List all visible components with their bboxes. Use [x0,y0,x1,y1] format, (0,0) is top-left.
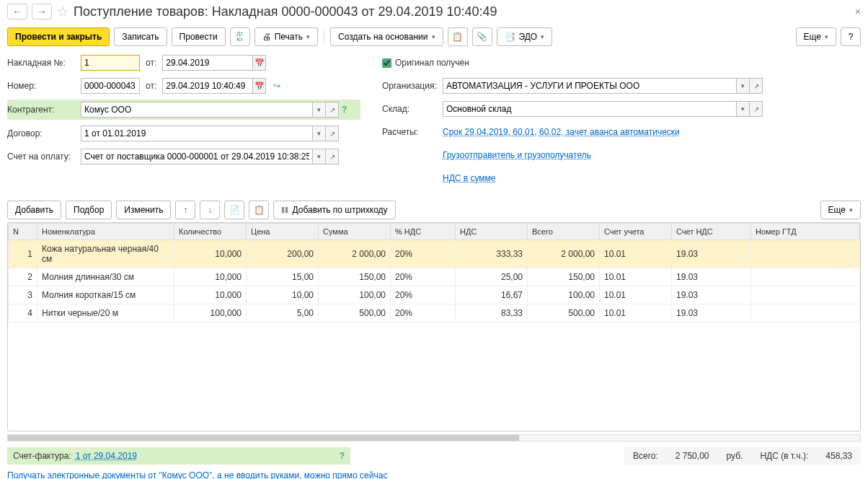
related-button[interactable]: 📋 [448,27,468,46]
paste-button[interactable]: 📋 [249,201,269,219]
table-row[interactable]: 1Кожа натуральная черная/40 см10,000200,… [9,240,860,268]
col-acct[interactable]: Счет учета [600,224,672,240]
calendar-icon[interactable] [253,78,266,94]
dropdown-icon[interactable] [737,78,750,94]
pick-button[interactable]: Подбор [66,201,112,219]
total-value: 2 750,00 [676,451,709,461]
total-label: Всего: [633,451,658,461]
post-and-close-button[interactable]: Провести и закрыть [7,27,110,46]
print-button[interactable]: 🖨Печать▾ [254,27,318,46]
currency: руб. [726,451,743,461]
sf-help-icon[interactable]: ? [340,451,345,461]
col-qty[interactable]: Количество [174,224,247,240]
dropdown-icon[interactable] [737,101,750,117]
open-icon[interactable] [750,101,763,117]
more-button[interactable]: Еще▾ [796,27,836,46]
number-input [81,78,140,94]
sf-label: Счет-фактура: [13,451,71,461]
help-icon[interactable]: ? [342,105,353,115]
dropdown-icon[interactable] [313,149,326,164]
invoice-no-label: Накладная №: [7,58,81,68]
post-button[interactable]: Провести [172,27,226,46]
edo-icon: 📑 [505,32,515,42]
invoice-date-input[interactable] [162,55,253,71]
help-button[interactable]: ? [841,27,861,46]
edit-button[interactable]: Изменить [116,201,171,219]
from-label-1: от: [146,58,156,68]
attachment-button[interactable]: 📎 [472,27,492,46]
org-input[interactable] [443,78,737,94]
posted-icon: ↪ [273,81,280,91]
open-icon[interactable] [326,149,339,164]
warehouse-input[interactable] [443,101,737,117]
edo-button[interactable]: 📑ЭДО▾ [497,27,553,46]
number-label: Номер: [7,81,81,91]
warehouse-label: Склад: [382,104,443,114]
from-label-2: от: [146,81,156,91]
save-button[interactable]: Записать [114,27,167,46]
contractor-input[interactable] [81,102,313,118]
vat-link[interactable]: НДС в сумме [443,173,496,183]
col-vat[interactable]: НДС [456,224,528,240]
org-label: Организация: [382,81,443,91]
table-row[interactable]: 3Молния короткая/15 см10,00010,00100,002… [9,286,860,304]
col-nom[interactable]: Номенклатура [37,224,174,240]
col-price[interactable]: Цена [247,224,319,240]
dtkt-button[interactable]: ДтКт [230,27,250,46]
favorite-star-icon[interactable]: ☆ [56,3,69,20]
create-based-button[interactable]: Создать на основании▾ [330,27,443,46]
col-n[interactable]: N [9,224,37,240]
calendar-icon[interactable] [253,55,266,71]
window-title: Поступление товаров: Накладная 0000-0000… [74,4,497,19]
add-row-button[interactable]: Добавить [7,201,61,219]
open-icon[interactable] [750,78,763,94]
datetime-input[interactable] [162,78,253,94]
copy-button[interactable]: 📄 [224,201,244,219]
open-icon[interactable] [326,126,339,141]
table-row[interactable]: 4Нитки черные/20 м100,0005,00500,0020%83… [9,304,860,322]
col-gtd[interactable]: Номер ГТД [751,224,860,240]
col-sum[interactable]: Сумма [319,224,391,240]
col-vatpct[interactable]: % НДС [391,224,456,240]
move-up-button[interactable]: ↑ [175,201,195,219]
dropdown-icon[interactable] [313,126,326,141]
add-by-barcode-button[interactable]: ⦀⦀Добавить по штрихкоду [273,201,395,219]
calc-link[interactable]: Срок 29.04.2019, 60.01, 60.02, зачет ава… [443,127,680,137]
nav-forward-button[interactable]: → [32,4,52,19]
sf-link[interactable]: 1 от 29.04.2019 [76,451,137,461]
calc-label: Расчеты: [382,127,443,137]
horizontal-scrollbar[interactable] [7,434,861,441]
invoice-no-input[interactable] [81,55,140,71]
bill-label: Счет на оплату: [7,151,81,162]
open-icon[interactable] [326,102,339,118]
vat-incl-label: НДС (в т.ч.): [760,451,808,461]
bill-input[interactable] [81,149,313,164]
items-table[interactable]: N Номенклатура Количество Цена Сумма % Н… [8,223,860,322]
contractor-label: Контрагент: [7,105,81,115]
vat-incl-value: 458,33 [825,451,852,461]
nav-back-button[interactable]: ← [7,4,27,19]
move-down-button[interactable]: ↓ [200,201,220,219]
edoc-promo-link[interactable]: Получать электронные документы от "Комус… [7,470,387,479]
contract-label: Договор: [7,128,81,139]
table-more-button[interactable]: Еще▾ [820,201,861,219]
shipper-link[interactable]: Грузоотправитель и грузополучатель [443,150,591,160]
table-row[interactable]: 2Молния длинная/30 см10,00015,00150,0020… [9,268,860,286]
col-total[interactable]: Всего [528,224,600,240]
barcode-icon: ⦀⦀ [281,205,288,215]
col-vatacct[interactable]: Счет НДС [672,224,751,240]
original-received-checkbox[interactable]: Оригинал получен [382,58,469,68]
contract-input[interactable] [81,126,313,141]
printer-icon: 🖨 [262,32,271,42]
dropdown-icon[interactable] [313,102,326,118]
close-button[interactable]: × [855,6,861,17]
